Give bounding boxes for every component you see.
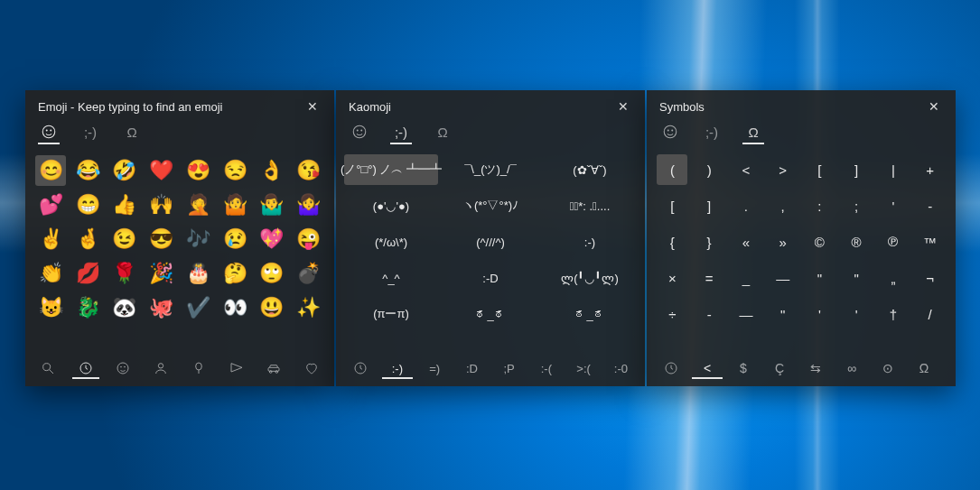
symbol-cell[interactable]: + <box>915 154 946 185</box>
symbol-cell[interactable]: ™ <box>915 227 946 257</box>
cat-surprise[interactable]: :-0 <box>606 361 636 379</box>
cat-angry[interactable]: >:( <box>569 361 599 379</box>
emoji-cell[interactable]: 💕 <box>35 190 66 220</box>
emoji-cell[interactable]: 😃 <box>257 292 287 323</box>
symbol-cell[interactable]: — <box>768 263 798 293</box>
kaomoji-cell[interactable]: ヽ(*°▽°*)ﾉ <box>443 190 537 221</box>
symbol-cell[interactable]: ) <box>694 154 724 185</box>
symbol-cell[interactable]: - <box>694 299 724 329</box>
cat-hearts[interactable] <box>298 361 325 379</box>
symbol-cell[interactable]: ; <box>841 190 872 221</box>
symbol-cell[interactable]: < <box>731 154 761 185</box>
emoji-cell[interactable]: 🐼 <box>109 292 140 323</box>
emoji-cell[interactable]: 🤦 <box>182 190 213 220</box>
emoji-cell[interactable]: 😺 <box>35 292 66 323</box>
symbol-cell[interactable]: ÷ <box>657 299 687 329</box>
symbol-cell[interactable]: ' <box>841 299 872 329</box>
symbol-cell[interactable]: [ <box>804 154 835 185</box>
kaomoji-cell[interactable]: ಥ_ಥ <box>443 299 537 329</box>
symbol-cell[interactable]: » <box>768 227 798 257</box>
emoji-cell[interactable]: 👏 <box>35 258 66 289</box>
emoji-cell[interactable]: 😒 <box>219 155 250 186</box>
kaomoji-cell[interactable]: ^_^ <box>344 263 438 293</box>
kaomoji-cell[interactable]: (πーπ) <box>344 299 438 329</box>
emoji-cell[interactable]: 😍 <box>182 155 213 186</box>
kaomoji-cell[interactable]: ¯\_(ツ)_/¯ <box>443 154 537 185</box>
cat-happy[interactable]: :-) <box>382 361 412 379</box>
emoji-cell[interactable]: 😘 <box>294 155 324 186</box>
kaomoji-cell[interactable]: ლ(╹◡╹ლ) <box>543 263 637 293</box>
cat-arrows[interactable]: ⇆ <box>800 361 831 379</box>
cat-food[interactable] <box>223 361 250 379</box>
tab-emoji[interactable] <box>349 121 370 144</box>
emoji-cell[interactable]: 🤣 <box>109 155 140 186</box>
symbol-cell[interactable]: ® <box>841 227 872 257</box>
symbol-cell[interactable]: „ <box>878 263 909 293</box>
emoji-cell[interactable]: 👍 <box>109 190 140 220</box>
symbol-cell[interactable]: ( <box>657 154 687 185</box>
emoji-cell[interactable]: 🌹 <box>109 258 140 289</box>
cat-smileys[interactable] <box>109 361 136 379</box>
cat-punct[interactable]: < <box>692 361 723 379</box>
close-button[interactable]: ✕ <box>614 99 632 114</box>
tab-kaomoji[interactable]: ;-) <box>79 121 101 144</box>
cat-people[interactable] <box>147 361 174 379</box>
emoji-cell[interactable]: 🎉 <box>146 258 177 289</box>
emoji-cell[interactable]: 😂 <box>72 155 103 186</box>
symbol-cell[interactable]: " <box>768 299 798 329</box>
symbol-cell[interactable]: | <box>878 154 909 185</box>
emoji-cell[interactable]: ❤️ <box>146 155 177 186</box>
emoji-cell[interactable]: 😎 <box>146 224 177 254</box>
symbol-cell[interactable]: = <box>694 263 724 293</box>
emoji-cell[interactable]: 😜 <box>294 224 324 254</box>
kaomoji-cell[interactable]: (✿ˇ∀ˇ) <box>543 154 637 185</box>
cat-search[interactable] <box>34 361 61 379</box>
symbol-cell[interactable]: / <box>915 299 946 329</box>
symbol-cell[interactable]: . <box>731 190 761 221</box>
symbol-cell[interactable]: — <box>731 299 761 329</box>
kaomoji-cell[interactable]: (ノ°□°) ノ︵ ┻━┻ <box>344 154 438 185</box>
emoji-cell[interactable]: 🙌 <box>146 190 177 220</box>
cat-transport[interactable] <box>260 361 287 379</box>
emoji-cell[interactable]: 😢 <box>219 224 250 254</box>
emoji-cell[interactable]: 👌 <box>257 155 287 186</box>
symbol-cell[interactable]: ] <box>841 154 872 185</box>
symbol-cell[interactable]: † <box>878 299 909 329</box>
emoji-cell[interactable]: ✌️ <box>35 224 66 254</box>
emoji-cell[interactable]: 😊 <box>35 155 66 186</box>
symbol-cell[interactable]: ] <box>694 190 724 221</box>
emoji-cell[interactable]: 😉 <box>109 224 140 254</box>
symbol-cell[interactable]: _ <box>731 263 761 293</box>
symbol-cell[interactable]: ℗ <box>878 227 909 257</box>
tab-symbols[interactable]: Ω <box>742 121 764 144</box>
emoji-cell[interactable]: 👀 <box>219 292 250 323</box>
symbol-cell[interactable]: " <box>804 263 835 293</box>
symbol-cell[interactable]: « <box>731 227 761 257</box>
emoji-cell[interactable]: ✔️ <box>182 292 213 323</box>
cat-recent[interactable] <box>72 361 99 379</box>
cat-greek[interactable]: Ω <box>909 361 939 379</box>
kaomoji-cell[interactable]: ಠ_ಠ <box>543 299 637 329</box>
emoji-cell[interactable]: 🎂 <box>182 258 213 289</box>
cat-recent[interactable] <box>656 361 686 379</box>
symbol-cell[interactable]: ¬ <box>915 263 946 293</box>
tab-kaomoji[interactable]: ;-) <box>390 121 412 144</box>
emoji-cell[interactable]: 💖 <box>257 224 287 254</box>
tab-kaomoji[interactable]: ;-) <box>701 121 723 144</box>
emoji-cell[interactable]: 🐉 <box>72 292 103 323</box>
symbol-cell[interactable]: - <box>915 190 946 221</box>
symbol-cell[interactable]: [ <box>657 190 687 221</box>
kaomoji-cell[interactable]: (^///^) <box>443 227 537 257</box>
cat-recent[interactable] <box>345 361 375 379</box>
emoji-cell[interactable]: 🤔 <box>219 258 250 289</box>
emoji-cell[interactable]: 🙄 <box>257 258 287 289</box>
emoji-cell[interactable]: 🤷‍♀️ <box>294 190 324 220</box>
tab-symbols[interactable]: Ω <box>432 121 453 144</box>
symbol-cell[interactable]: } <box>694 227 724 257</box>
cat-sad[interactable]: :-( <box>531 361 561 379</box>
kaomoji-cell[interactable]: ✲ﾟ*: .｡.... <box>543 190 637 221</box>
close-button[interactable]: ✕ <box>303 99 322 114</box>
emoji-cell[interactable]: 🤷 <box>219 190 250 220</box>
kaomoji-cell[interactable]: :-) <box>543 227 637 257</box>
symbol-cell[interactable]: > <box>768 154 798 185</box>
